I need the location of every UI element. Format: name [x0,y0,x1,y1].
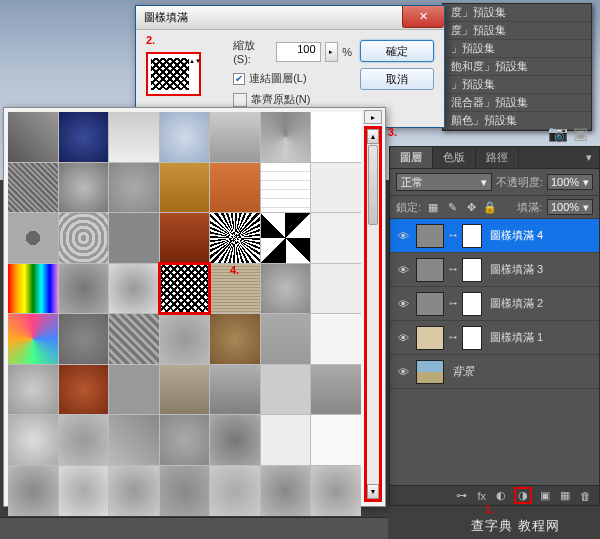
tab-paths[interactable]: 路徑 [476,147,519,168]
layer-thumbnail[interactable] [416,292,444,316]
pattern-swatch[interactable] [210,365,260,415]
scroll-thumb[interactable] [368,145,378,225]
pattern-swatch[interactable] [8,264,58,314]
scale-spinner[interactable]: ▸ [325,42,339,62]
pattern-swatch[interactable] [311,314,361,364]
layer-thumbnail[interactable] [416,326,444,350]
layer-mask-thumbnail[interactable] [462,224,482,248]
pattern-swatch[interactable] [109,264,159,314]
pattern-swatch[interactable] [160,213,210,263]
blend-mode-select[interactable]: 正常▾ [396,173,492,191]
pattern-swatch[interactable] [59,466,109,516]
layer-row[interactable]: 👁 ⊶ 圖樣填滿 1 [390,321,599,355]
panel-menu-icon[interactable]: ▾ [579,147,599,168]
layer-row[interactable]: 👁 背景 [390,355,599,389]
pattern-swatch[interactable] [160,466,210,516]
scroll-up-button[interactable]: ▲ [367,129,379,144]
mask-icon[interactable]: ◐ [496,489,506,502]
visibility-toggle[interactable]: 👁 [394,332,412,344]
scale-input[interactable]: 100 [276,42,321,62]
pattern-swatch[interactable] [311,264,361,314]
layer-mask-thumbnail[interactable] [462,326,482,350]
pattern-swatch[interactable] [210,314,260,364]
pattern-swatch[interactable] [261,415,311,465]
preset-item[interactable]: 顏色」預設集 [443,112,591,130]
pattern-swatch[interactable] [261,213,311,263]
pattern-swatch[interactable] [261,112,311,162]
pattern-swatch[interactable] [261,365,311,415]
pattern-swatch[interactable] [59,264,109,314]
preset-item[interactable]: 度」預設集 [443,22,591,40]
pattern-swatch[interactable] [59,112,109,162]
layer-row[interactable]: 👁 ⊶ 圖樣填滿 2 [390,287,599,321]
layer-thumbnail[interactable] [416,258,444,282]
layer-thumbnail[interactable] [416,360,444,384]
layer-name[interactable]: 背景 [448,364,595,379]
fx-icon[interactable]: fx [477,490,486,502]
pattern-swatch[interactable] [109,365,159,415]
pattern-swatch[interactable] [59,365,109,415]
layer-row[interactable]: 👁 ⊶ 圖樣填滿 4 [390,219,599,253]
pattern-swatch[interactable] [109,112,159,162]
layer-name[interactable]: 圖樣填滿 4 [486,228,595,243]
ok-button[interactable]: 確定 [360,40,434,62]
link-layers-checkbox[interactable]: ✔ [233,73,245,85]
opacity-input[interactable]: 100%▾ [547,174,593,190]
lock-brush-icon[interactable]: ✎ [445,200,459,214]
pattern-swatch[interactable] [160,264,210,314]
pattern-swatch[interactable] [59,415,109,465]
pattern-swatch[interactable] [8,314,58,364]
pattern-swatch[interactable] [160,112,210,162]
visibility-toggle[interactable]: 👁 [394,298,412,310]
group-icon[interactable]: ▣ [540,489,550,502]
pattern-swatch[interactable] [311,112,361,162]
close-button[interactable]: ✕ [402,6,444,28]
pattern-swatch[interactable] [8,466,58,516]
preset-item[interactable]: 混合器」預設集 [443,94,591,112]
pattern-swatch[interactable] [311,213,361,263]
preset-item[interactable]: 」預設集 [443,40,591,58]
preset-item[interactable]: 飽和度」預設集 [443,58,591,76]
visibility-toggle[interactable]: 👁 [394,366,412,378]
pattern-swatch[interactable] [109,213,159,263]
lock-move-icon[interactable]: ✥ [464,200,478,214]
pattern-swatch[interactable] [8,213,58,263]
picker-menu-button[interactable]: ▸ [364,110,382,124]
camera-icon[interactable]: 📷 [548,124,568,143]
visibility-toggle[interactable]: 👁 [394,230,412,242]
pattern-swatch[interactable] [59,213,109,263]
pattern-swatch[interactable] [8,112,58,162]
pattern-swatch[interactable] [210,213,260,263]
pattern-swatch[interactable] [261,163,311,213]
layer-row[interactable]: 👁 ⊶ 圖樣填滿 3 [390,253,599,287]
fill-input[interactable]: 100%▾ [547,199,593,215]
pattern-swatch[interactable] [8,365,58,415]
pattern-swatch[interactable] [210,415,260,465]
pattern-swatch[interactable] [311,163,361,213]
pattern-swatch[interactable] [160,365,210,415]
link-layers-icon[interactable]: ⊶ [456,489,467,502]
pattern-swatch[interactable] [311,415,361,465]
pattern-swatch[interactable] [109,314,159,364]
dialog-titlebar[interactable]: 圖樣填滿 ✕ [136,6,444,30]
layer-name[interactable]: 圖樣填滿 3 [486,262,595,277]
pattern-swatch[interactable] [109,466,159,516]
layer-thumbnail[interactable] [416,224,444,248]
layer-mask-thumbnail[interactable] [462,258,482,282]
pattern-swatch[interactable] [160,314,210,364]
pattern-swatch[interactable] [109,163,159,213]
pattern-swatch-dropdown[interactable]: ▲▼ [146,52,201,96]
layer-mask-thumbnail[interactable] [462,292,482,316]
delete-layer-icon[interactable]: 🗑 [580,490,591,502]
pattern-swatch[interactable] [311,466,361,516]
tab-layers[interactable]: 圖層 [390,147,433,168]
pattern-swatch[interactable] [311,365,361,415]
cancel-button[interactable]: 取消 [360,68,434,90]
pattern-swatch[interactable] [8,415,58,465]
preset-item[interactable]: 」預設集 [443,76,591,94]
project-icon[interactable]: ▣ [573,124,588,143]
visibility-toggle[interactable]: 👁 [394,264,412,276]
tab-channels[interactable]: 色版 [433,147,476,168]
pattern-swatch[interactable] [261,264,311,314]
pattern-swatch[interactable] [59,314,109,364]
